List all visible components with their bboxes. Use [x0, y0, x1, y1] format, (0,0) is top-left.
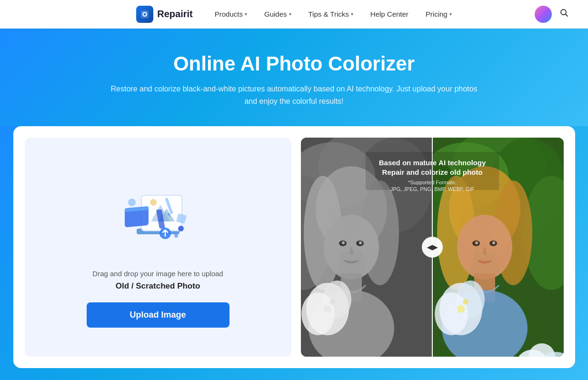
svg-point-10 [150, 199, 157, 206]
svg-point-48 [463, 299, 468, 305]
svg-point-42 [492, 241, 495, 244]
svg-text:Based on mature AI technology: Based on mature AI technology [379, 159, 486, 167]
photo-type-label: Old / Scratched Photo [116, 281, 200, 291]
svg-point-17 [128, 199, 136, 206]
drag-drop-text: Drag and drop your image here to upload [92, 270, 223, 278]
avatar[interactable] [535, 6, 552, 23]
svg-point-2 [144, 13, 146, 15]
nav-products[interactable]: Products ▾ [215, 10, 247, 18]
preview-image: Based on mature AI technology Repair and… [301, 138, 564, 357]
navbar: Repairit Products ▾ Guides ▾ Tips & Tric… [0, 0, 588, 29]
svg-point-63 [359, 241, 362, 244]
hero-title: Online AI Photo Colorizer [10, 52, 578, 75]
svg-text:◀▶: ◀▶ [427, 243, 438, 251]
svg-point-68 [324, 305, 331, 313]
upload-button[interactable]: Upload Image [87, 302, 229, 328]
logo[interactable]: Repairit [136, 6, 192, 23]
hero-subtitle: Restore and colorize black-and-white pic… [109, 83, 480, 107]
svg-point-19 [174, 234, 178, 238]
brand-name: Repairit [157, 9, 192, 20]
preview-area: Based on mature AI technology Repair and… [301, 138, 564, 357]
svg-point-46 [435, 292, 468, 335]
nav-tips-tricks[interactable]: Tips & Tricks ▾ [309, 10, 353, 18]
logo-icon [136, 6, 153, 23]
svg-point-62 [342, 241, 345, 244]
nav-pricing[interactable]: Pricing ▾ [426, 10, 452, 18]
upload-area: Drag and drop your image here to upload … [25, 138, 291, 357]
nav-help-center[interactable]: Help Center [370, 10, 409, 18]
hero-section: Online AI Photo Colorizer Restore and co… [0, 29, 588, 126]
nav-guides[interactable]: Guides ▾ [264, 10, 291, 18]
chevron-down-icon: ▾ [449, 11, 452, 17]
svg-point-67 [301, 292, 335, 335]
svg-text:Repair and colorize old photo: Repair and colorize old photo [382, 168, 482, 176]
card-content: Drag and drop your image here to upload … [25, 138, 564, 357]
chevron-down-icon: ▾ [245, 11, 247, 17]
chevron-down-icon: ▾ [289, 11, 291, 17]
chevron-down-icon: ▾ [351, 11, 353, 17]
search-icon[interactable] [559, 8, 569, 20]
upload-illustration [110, 167, 206, 262]
main-card-wrapper: Drag and drop your image here to upload … [0, 126, 588, 380]
svg-line-4 [566, 14, 568, 17]
svg-point-41 [475, 241, 478, 244]
svg-point-47 [457, 305, 465, 313]
main-card: Drag and drop your image here to upload … [13, 126, 575, 368]
svg-text:JPG, JPEG, PNG, BMP, WEBP, GIF: JPG, JPEG, PNG, BMP, WEBP, GIF [390, 186, 474, 192]
svg-point-18 [178, 226, 184, 231]
svg-point-69 [329, 299, 335, 305]
svg-text:*Supported Formats:: *Supported Formats: [408, 180, 457, 185]
